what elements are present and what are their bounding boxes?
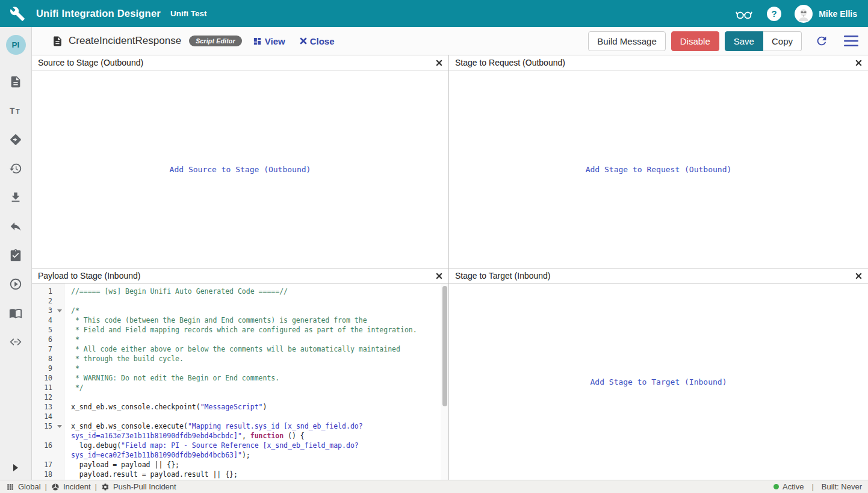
code-line[interactable]: 1//===== [ws] Begin Unifi Auto Generated… bbox=[32, 287, 448, 296]
add-stage-to-request-link[interactable]: Add Stage to Request (Outbound) bbox=[586, 165, 732, 174]
record-toolbar: CreateIncidentResponse Script Editor Vie… bbox=[32, 27, 868, 55]
incident-icon bbox=[51, 483, 60, 491]
code-text: x_snd_eb.ws_console.execute("Mapping res… bbox=[64, 421, 363, 431]
copy-button[interactable]: Copy bbox=[763, 31, 802, 51]
code-line[interactable]: 6 * bbox=[32, 335, 448, 344]
integration-avatar[interactable]: PI bbox=[6, 35, 26, 55]
text-icon[interactable]: TT bbox=[9, 104, 22, 117]
line-number bbox=[32, 450, 55, 460]
clipboard-check-icon[interactable] bbox=[9, 249, 22, 262]
code-line[interactable]: 18 payload.result = payload.result || {}… bbox=[32, 470, 448, 479]
menu-button[interactable] bbox=[844, 36, 858, 46]
code-editor[interactable]: 1//===== [ws] Begin Unifi Auto Generated… bbox=[32, 284, 448, 480]
line-number: 17 bbox=[32, 460, 55, 470]
glasses-icon[interactable] bbox=[734, 8, 754, 20]
code-line[interactable]: 11 */ bbox=[32, 383, 448, 392]
fold-gutter bbox=[55, 431, 64, 441]
fold-gutter bbox=[55, 315, 64, 325]
fold-gutter bbox=[55, 287, 64, 296]
scope-link[interactable]: Global bbox=[6, 482, 41, 491]
code-text: */ bbox=[64, 383, 84, 392]
table-link[interactable]: Incident bbox=[51, 482, 91, 491]
refresh-button[interactable] bbox=[815, 34, 828, 48]
code-line[interactable]: 14 bbox=[32, 412, 448, 421]
fold-gutter bbox=[55, 441, 64, 450]
document-icon bbox=[52, 36, 63, 47]
fold-gutter bbox=[55, 460, 64, 470]
add-source-to-stage-link[interactable]: Add Source to Stage (Outbound) bbox=[170, 165, 311, 174]
active-status-dot bbox=[773, 484, 779, 489]
fold-arrow-icon[interactable] bbox=[55, 306, 64, 315]
build-message-button[interactable]: Build Message bbox=[588, 31, 665, 51]
code-line[interactable]: 17 payload = payload || {}; bbox=[32, 460, 448, 470]
document-icon[interactable] bbox=[9, 75, 22, 88]
environment-name: Unifi Test bbox=[170, 9, 207, 18]
code-line[interactable]: 13x_snd_eb.ws_console.checkpoint("Messag… bbox=[32, 402, 448, 412]
code-line[interactable]: 8 * through the build cycle. bbox=[32, 354, 448, 364]
close-button[interactable]: Close bbox=[300, 36, 335, 46]
panel-close-icon[interactable] bbox=[436, 60, 442, 66]
fold-gutter bbox=[55, 383, 64, 392]
user-menu[interactable]: Mike Ellis bbox=[795, 5, 857, 23]
panel-payload-to-stage: Payload to Stage (Inbound) 1//===== [ws]… bbox=[32, 268, 449, 480]
code-text: log.debug("Field map: PI - Source Refere… bbox=[64, 441, 359, 450]
integration-link[interactable]: Push-Pull Incident bbox=[101, 482, 176, 491]
code-line[interactable]: sys_id=eca02f3e1b11b81090dfdb9ebd4bcb63]… bbox=[32, 450, 448, 460]
history-icon[interactable] bbox=[9, 162, 22, 175]
view-button[interactable]: View bbox=[253, 36, 285, 46]
line-number: 6 bbox=[32, 335, 55, 344]
code-text: * through the build cycle. bbox=[64, 354, 184, 364]
panel-close-icon[interactable] bbox=[855, 273, 862, 279]
line-number: 2 bbox=[32, 296, 55, 306]
code-line[interactable]: sys_id=a163e73e1b11b81090dfdb9ebd4bcbdc]… bbox=[32, 431, 448, 441]
panel-close-icon[interactable] bbox=[436, 273, 442, 279]
sidebar-expand-arrow-icon[interactable] bbox=[13, 464, 18, 471]
code-line[interactable]: 10 * WARNING: Do not edit the Begin or E… bbox=[32, 373, 448, 383]
line-number: 13 bbox=[32, 402, 55, 412]
code-line[interactable]: 12 bbox=[32, 392, 448, 402]
line-number: 4 bbox=[32, 315, 55, 325]
fold-gutter bbox=[55, 354, 64, 364]
hamburger-menu-icon bbox=[844, 36, 858, 46]
code-text bbox=[64, 412, 71, 421]
reply-icon[interactable] bbox=[9, 220, 22, 233]
fold-gutter bbox=[55, 402, 64, 412]
code-text: payload.result = payload.result || {}; bbox=[64, 470, 238, 479]
panel-title: Source to Stage (Outbound) bbox=[38, 58, 143, 67]
code-text: * bbox=[64, 335, 79, 344]
code-line[interactable]: 7 * All code either above or below the c… bbox=[32, 344, 448, 354]
panel-header: Stage to Request (Outbound) bbox=[449, 55, 868, 70]
play-circle-icon[interactable] bbox=[9, 278, 22, 291]
line-number: 11 bbox=[32, 383, 55, 392]
code-text: * bbox=[64, 364, 79, 373]
download-icon[interactable] bbox=[9, 191, 22, 204]
help-icon[interactable]: ? bbox=[767, 7, 781, 21]
code-line[interactable]: 3/* bbox=[32, 306, 448, 315]
code-line[interactable]: 15x_snd_eb.ws_console.execute("Mapping r… bbox=[32, 421, 448, 431]
code-icon[interactable] bbox=[9, 335, 22, 349]
code-text: sys_id=a163e73e1b11b81090dfdb9ebd4bcbdc]… bbox=[64, 431, 305, 441]
code-line[interactable]: 2 bbox=[32, 296, 448, 306]
disable-button[interactable]: Disable bbox=[671, 31, 719, 51]
code-line[interactable]: 9 * bbox=[32, 364, 448, 373]
add-stage-to-target-link[interactable]: Add Stage to Target (Inbound) bbox=[591, 377, 727, 386]
code-line[interactable]: 16 log.debug("Field map: PI - Source Ref… bbox=[32, 441, 448, 450]
editor-scrollbar-thumb[interactable] bbox=[442, 286, 447, 406]
svg-text:T: T bbox=[16, 108, 20, 115]
fold-gutter bbox=[55, 364, 64, 373]
fold-gutter bbox=[55, 373, 64, 383]
save-button[interactable]: Save bbox=[725, 31, 763, 51]
code-line[interactable]: 4 * This code (between the Begin and End… bbox=[32, 315, 448, 325]
avatar-face-icon bbox=[796, 7, 811, 21]
left-sidebar: PI TT bbox=[0, 27, 32, 480]
fold-gutter bbox=[55, 325, 64, 335]
code-text: /* bbox=[64, 306, 79, 315]
panel-close-icon[interactable] bbox=[855, 60, 862, 66]
diamond-arrow-icon[interactable] bbox=[9, 133, 22, 146]
user-avatar[interactable] bbox=[795, 5, 813, 23]
fold-arrow-icon[interactable] bbox=[55, 421, 64, 431]
book-icon[interactable] bbox=[9, 306, 22, 320]
panel-header: Source to Stage (Outbound) bbox=[32, 55, 448, 70]
code-text: payload = payload || {}; bbox=[64, 460, 179, 470]
code-line[interactable]: 5 * Field and Field mapping records whic… bbox=[32, 325, 448, 335]
